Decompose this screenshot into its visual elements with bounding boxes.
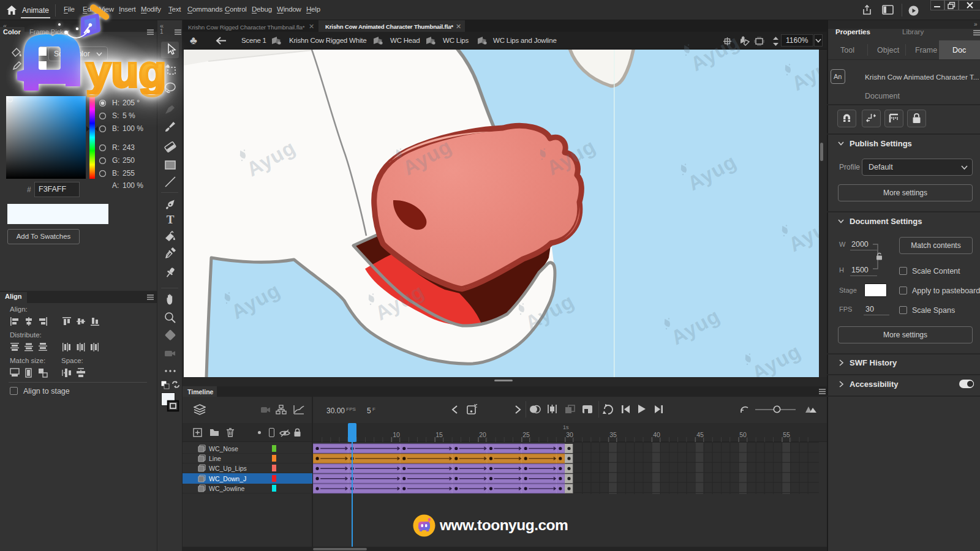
svg-text:T: T [167, 213, 175, 226]
